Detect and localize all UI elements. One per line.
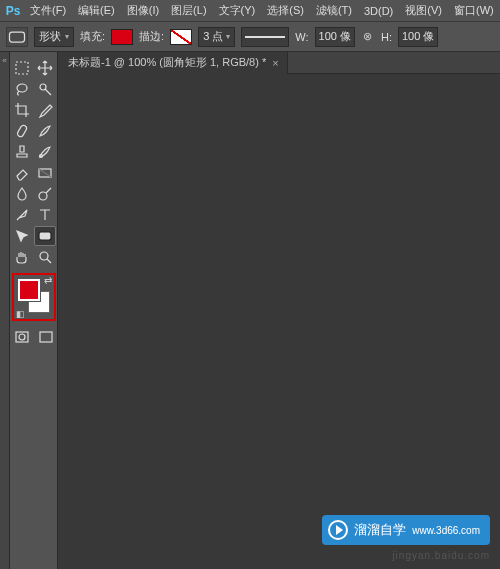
height-label: H: <box>381 31 392 43</box>
chevron-icon: « <box>2 56 6 65</box>
width-value: 100 像 <box>319 29 351 44</box>
play-icon <box>328 520 348 540</box>
menu-file[interactable]: 文件(F) <box>24 0 72 22</box>
svg-rect-12 <box>40 332 52 342</box>
svg-point-7 <box>39 192 47 200</box>
chevron-down-icon: ▾ <box>226 32 230 41</box>
height-input[interactable]: 100 像 <box>398 27 438 47</box>
fill-label: 填充: <box>80 29 105 44</box>
stroke-width-input[interactable]: 3 点 ▾ <box>198 27 235 47</box>
default-colors-icon[interactable]: ◧ <box>16 309 25 319</box>
watermark-brand: 溜溜自学 <box>354 521 406 539</box>
svg-point-9 <box>40 252 48 260</box>
options-bar: 形状 ▾ 填充: 描边: 3 点 ▾ W: 100 像 ⊗ H: 100 像 <box>0 22 500 52</box>
watermark-site: www.3d66.com <box>412 525 480 536</box>
menu-window[interactable]: 窗口(W) <box>448 0 500 22</box>
eyedropper-tool[interactable] <box>34 100 56 120</box>
document-tabbar: 未标题-1 @ 100% (圆角矩形 1, RGB/8) * × <box>58 52 500 74</box>
watermark-badge: 溜溜自学 www.3d66.com <box>322 515 490 545</box>
rounded-rectangle-tool[interactable] <box>34 226 56 246</box>
svg-rect-0 <box>10 32 25 42</box>
eraser-tool[interactable] <box>11 163 33 183</box>
color-swatch-block: ⇄ ◧ <box>12 273 56 321</box>
width-label: W: <box>295 31 308 43</box>
height-value: 100 像 <box>402 29 434 44</box>
canvas-column: 未标题-1 @ 100% (圆角矩形 1, RGB/8) * × 溜溜自学 ww… <box>58 52 500 569</box>
menu-edit[interactable]: 编辑(E) <box>72 0 121 22</box>
hand-tool[interactable] <box>11 247 33 267</box>
svg-rect-4 <box>16 124 27 137</box>
stamp-tool[interactable] <box>11 142 33 162</box>
canvas-workspace[interactable]: 溜溜自学 www.3d66.com jingyan.baidu.com <box>58 74 500 569</box>
lasso-tool[interactable] <box>11 79 33 99</box>
marquee-tool[interactable] <box>11 58 33 78</box>
menu-3d[interactable]: 3D(D) <box>358 0 399 22</box>
active-tool-icon[interactable] <box>6 27 28 47</box>
stroke-color-swatch[interactable] <box>170 29 192 45</box>
fill-color-swatch[interactable] <box>111 29 133 45</box>
stroke-label: 描边: <box>139 29 164 44</box>
quick-select-tool[interactable] <box>34 79 56 99</box>
swap-colors-icon[interactable]: ⇄ <box>44 275 52 286</box>
stroke-style-dropdown[interactable] <box>241 27 289 47</box>
chevron-down-icon: ▾ <box>65 32 69 41</box>
type-tool[interactable] <box>34 205 56 225</box>
app-logo: Ps <box>2 0 24 22</box>
menu-filter[interactable]: 滤镜(T) <box>310 0 358 22</box>
svg-point-11 <box>19 334 25 340</box>
toolbox: ⇄ ◧ <box>10 52 58 569</box>
history-brush-tool[interactable] <box>34 142 56 162</box>
svg-rect-8 <box>39 232 51 240</box>
collapse-gutter[interactable]: « <box>0 52 10 569</box>
document-tab[interactable]: 未标题-1 @ 100% (圆角矩形 1, RGB/8) * × <box>58 52 288 74</box>
screen-mode-icon[interactable] <box>35 327 57 347</box>
pen-tool[interactable] <box>11 205 33 225</box>
move-tool[interactable] <box>34 58 56 78</box>
close-icon[interactable]: × <box>272 57 278 69</box>
blur-tool[interactable] <box>11 184 33 204</box>
menu-select[interactable]: 选择(S) <box>261 0 310 22</box>
svg-rect-1 <box>16 62 28 74</box>
menu-bar: Ps 文件(F) 编辑(E) 图像(I) 图层(L) 文字(Y) 选择(S) 滤… <box>0 0 500 22</box>
watermark-sub: jingyan.baidu.com <box>392 550 490 561</box>
menu-type[interactable]: 文字(Y) <box>213 0 262 22</box>
menu-image[interactable]: 图像(I) <box>121 0 165 22</box>
foreground-color-swatch[interactable] <box>18 279 40 301</box>
menu-layer[interactable]: 图层(L) <box>165 0 212 22</box>
standard-mode-icon[interactable] <box>11 327 33 347</box>
path-select-tool[interactable] <box>11 226 33 246</box>
width-input[interactable]: 100 像 <box>315 27 355 47</box>
gradient-tool[interactable] <box>34 163 56 183</box>
document-tab-title: 未标题-1 @ 100% (圆角矩形 1, RGB/8) * <box>68 55 266 70</box>
shape-mode-dropdown[interactable]: 形状 ▾ <box>34 27 74 47</box>
brush-tool[interactable] <box>34 121 56 141</box>
main-area: « ⇄ <box>0 52 500 569</box>
shape-mode-label: 形状 <box>39 29 61 44</box>
menu-view[interactable]: 视图(V) <box>399 0 448 22</box>
crop-tool[interactable] <box>11 100 33 120</box>
dodge-tool[interactable] <box>34 184 56 204</box>
healing-tool[interactable] <box>11 121 33 141</box>
link-icon[interactable]: ⊗ <box>361 30 375 43</box>
zoom-tool[interactable] <box>34 247 56 267</box>
stroke-width-value: 3 点 <box>203 29 223 44</box>
